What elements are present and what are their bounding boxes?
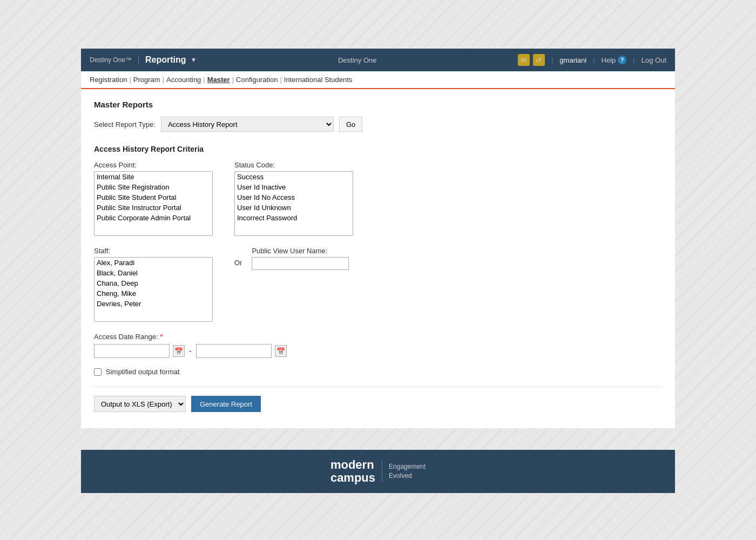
subnav-accounting[interactable]: Accounting: [166, 76, 201, 84]
date-range-row: 📅 - 📅: [94, 344, 662, 358]
ap-public-registration: Public Site Registration: [94, 182, 212, 192]
report-type-select[interactable]: Access History Report User Activity Repo…: [161, 117, 334, 132]
top-navbar: Destiny One™ Reporting ▼ Destiny One ✉ ↺…: [81, 49, 675, 71]
sc-incorrect-password: Incorrect Password: [235, 213, 353, 223]
status-code-label: Status Code:: [234, 161, 353, 169]
access-point-listbox[interactable]: Internal Site Public Site Registration P…: [94, 171, 213, 236]
or-label: Or: [234, 259, 242, 267]
nav-brand: Destiny One™ Reporting ▼: [90, 55, 197, 65]
staff-label: Staff:: [94, 247, 213, 255]
staff-black-daniel: Black, Daniel: [94, 268, 212, 278]
date-to-input[interactable]: [196, 344, 272, 358]
footer-tagline: Engagement Evolved: [389, 462, 426, 481]
subnav-registration[interactable]: Registration: [90, 76, 127, 84]
help-circle-icon: ?: [618, 56, 626, 64]
sc-no-access: User Id No Access: [235, 192, 353, 202]
nav-right: ✉ ↺ | gmariani | Help ? | Log Out: [518, 54, 666, 66]
criteria-grid: Access Point: Internal Site Public Site …: [94, 161, 662, 236]
nav-username: gmariani: [559, 56, 586, 64]
staff-alex-paradi: Alex, Paradi: [94, 258, 212, 268]
status-code-col: Status Code: Success User Id Inactive Us…: [234, 161, 353, 236]
subnav-configuration[interactable]: Configuration: [236, 76, 278, 84]
staff-devries-peter: Devries, Peter: [94, 299, 212, 309]
criteria-title: Access History Report Criteria: [94, 145, 662, 153]
nav-dropdown-arrow[interactable]: ▼: [191, 56, 197, 64]
output-format-select[interactable]: Output to XLS (Export) Output to CSV Out…: [94, 396, 186, 412]
envelope-icon[interactable]: ✉: [518, 54, 530, 66]
sc-success: Success: [235, 172, 353, 182]
subnav-international-students[interactable]: International Students: [284, 76, 352, 84]
date-range-label: Access Date Range: *: [94, 333, 662, 341]
subnav-program[interactable]: Program: [133, 76, 160, 84]
footer: modern campus Engagement Evolved: [81, 450, 675, 493]
staff-cheng-mike: Cheng, Mike: [94, 288, 212, 299]
staff-listbox[interactable]: Alex, Paradi Black, Daniel Chana, Deep C…: [94, 257, 213, 322]
ap-internal-site: Internal Site: [94, 172, 212, 182]
nav-help[interactable]: Help ?: [602, 56, 627, 64]
report-select-row: Select Report Type: Access History Repor…: [94, 117, 662, 132]
ap-public-corporate: Public Corporate Admin Portal: [94, 213, 212, 223]
subnav-master[interactable]: Master: [207, 76, 230, 84]
nav-icon-group: ✉ ↺: [518, 54, 545, 66]
nav-center-label: Destiny One: [197, 56, 517, 64]
main-content: Master Reports Select Report Type: Acces…: [81, 89, 675, 428]
nav-sep-3: |: [633, 56, 634, 64]
simplified-row: Simplified output format: [94, 368, 662, 376]
access-point-col: Access Point: Internal Site Public Site …: [94, 161, 213, 236]
bottom-divider: [94, 387, 662, 387]
master-reports-title: Master Reports: [94, 100, 662, 109]
action-row: Output to XLS (Export) Output to CSV Out…: [94, 396, 662, 412]
calendar-from-icon[interactable]: 📅: [173, 345, 185, 357]
staff-col: Staff: Alex, Paradi Black, Daniel Chana,…: [94, 247, 213, 322]
simplified-label: Simplified output format: [106, 368, 180, 376]
report-select-label: Select Report Type:: [94, 120, 156, 129]
logout-label[interactable]: Log Out: [642, 56, 666, 64]
footer-logo: modern campus Engagement Evolved: [330, 458, 426, 484]
nav-sep-1: |: [551, 56, 553, 64]
calendar-to-icon[interactable]: 📅: [275, 345, 287, 357]
access-point-label: Access Point:: [94, 161, 213, 169]
simplified-checkbox[interactable]: [94, 368, 102, 376]
staff-chana-deep: Chana, Deep: [94, 278, 212, 288]
public-view-input[interactable]: [252, 257, 349, 270]
generate-report-button[interactable]: Generate Report: [191, 396, 261, 412]
sc-unknown: User Id Unknown: [235, 202, 353, 213]
date-from-input[interactable]: [94, 344, 170, 358]
ap-public-instructor: Public Site Instructor Portal: [94, 202, 212, 213]
nav-sep-2: |: [593, 56, 595, 64]
nav-reporting-label: Reporting: [139, 55, 186, 65]
or-public-view-row: Or Public View User Name:: [234, 247, 349, 270]
footer-divider: [382, 461, 382, 482]
help-label: Help: [602, 56, 616, 64]
status-code-listbox[interactable]: Success User Id Inactive User Id No Acce…: [234, 171, 353, 236]
staff-section: Staff: Alex, Paradi Black, Daniel Chana,…: [94, 247, 662, 322]
destiny-one-label: Destiny One™: [90, 56, 139, 64]
footer-brand-text: modern campus: [330, 458, 375, 484]
public-view-label: Public View User Name:: [252, 247, 349, 255]
date-dash: -: [189, 347, 192, 355]
history-icon[interactable]: ↺: [533, 54, 545, 66]
public-view-col: Public View User Name:: [252, 247, 349, 270]
sub-navbar: Registration | Program | Accounting | Ma…: [81, 71, 675, 89]
go-button[interactable]: Go: [339, 117, 362, 132]
date-range-section: Access Date Range: * 📅 - 📅: [94, 333, 662, 358]
ap-public-student: Public Site Student Portal: [94, 192, 212, 202]
required-star: *: [160, 333, 163, 341]
sc-inactive: User Id Inactive: [235, 182, 353, 192]
